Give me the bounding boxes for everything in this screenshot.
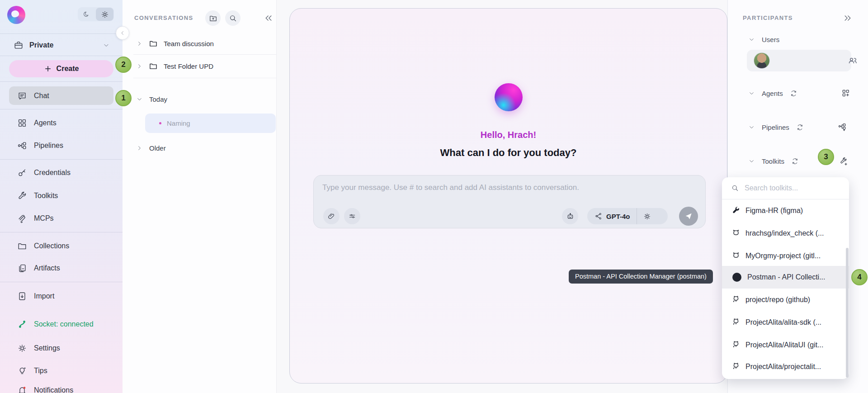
- moon-icon: [83, 10, 91, 19]
- chevron-down-icon[interactable]: [748, 158, 755, 165]
- chevron-down-icon[interactable]: [748, 90, 755, 97]
- sidebar-item-mcps[interactable]: MCPs: [9, 209, 113, 227]
- create-button[interactable]: Create: [9, 60, 113, 77]
- chat-icon: [17, 91, 27, 101]
- folder-icon: [149, 39, 158, 48]
- toolkit-item-alita-sdk[interactable]: ProjectAlita/alita-sdk (...: [722, 311, 849, 334]
- toolkit-item-label: ProjectAlita/projectalit...: [745, 363, 843, 371]
- toolkit-item-label: ProjectAlita/AlitaUI (git...: [745, 341, 843, 349]
- model-settings-gear-icon[interactable]: [643, 212, 651, 221]
- section-row-toolkits[interactable]: Toolkits: [748, 154, 799, 168]
- conversation-label: Naming: [167, 119, 190, 127]
- sidebar-item-toolkits[interactable]: Toolkits: [9, 187, 113, 205]
- chevron-right-icon[interactable]: [136, 145, 143, 152]
- chevron-down-icon[interactable]: [748, 36, 755, 43]
- collapse-conversations-button[interactable]: [261, 10, 276, 26]
- chevron-right-icon[interactable]: [136, 40, 143, 47]
- annotation-badge-4: 4: [851, 269, 868, 285]
- divider: [0, 56, 123, 56]
- users-icon[interactable]: [847, 55, 858, 66]
- light-mode-button[interactable]: [96, 8, 113, 21]
- chevron-down-icon[interactable]: [136, 96, 143, 103]
- send-icon: [684, 212, 693, 221]
- github-icon: [731, 318, 741, 327]
- user-avatar[interactable]: [754, 52, 770, 69]
- toolkit-search-input[interactable]: [745, 184, 835, 192]
- lightbulb-icon: [17, 366, 27, 376]
- briefcase-icon: [14, 40, 24, 50]
- chevron-down-icon[interactable]: [748, 124, 755, 131]
- dropdown-scrollbar[interactable]: [846, 248, 849, 378]
- refresh-icon[interactable]: [790, 90, 797, 97]
- model-selector[interactable]: GPT-4o: [587, 208, 668, 224]
- group-row-older[interactable]: Older: [136, 141, 166, 155]
- toolkit-item-myorg-project[interactable]: MyOrgmy-project (gitl...: [722, 245, 849, 267]
- workspace-label: Private: [29, 41, 53, 49]
- chevron-right-icon[interactable]: [136, 63, 143, 70]
- assistant-select-button[interactable]: [562, 208, 578, 224]
- sidebar-item-artifacts[interactable]: Artifacts: [9, 259, 113, 277]
- sidebar-item-settings[interactable]: Settings: [9, 339, 113, 357]
- message-settings-button[interactable]: [344, 208, 360, 224]
- folder-row-team-discussion[interactable]: Team discussion: [136, 36, 214, 51]
- attach-file-button[interactable]: [323, 208, 340, 224]
- folder-row-test-folder-upd[interactable]: Test Folder UPD: [136, 59, 213, 73]
- folder-icon: [149, 62, 158, 71]
- section-row-agents[interactable]: Agents: [748, 86, 797, 100]
- sliders-icon: [348, 212, 356, 220]
- plus-icon: [44, 65, 52, 73]
- sidebar-item-label: Notifications: [34, 386, 73, 393]
- robot-icon: [566, 212, 575, 221]
- sidebar-item-collections[interactable]: Collections: [9, 237, 113, 255]
- group-row-today[interactable]: Today: [136, 92, 167, 106]
- toolkit-search-row: [722, 177, 849, 199]
- section-label: Toolkits: [762, 157, 784, 165]
- section-row-pipelines[interactable]: Pipelines: [748, 120, 804, 134]
- toolkit-item-figma-hr[interactable]: Figma-HR (figma): [722, 199, 849, 222]
- send-button[interactable]: [679, 207, 698, 226]
- toolkit-item-index-check[interactable]: hrachsg/index_check (...: [722, 222, 849, 245]
- workspace-selector[interactable]: Private: [0, 34, 123, 56]
- toolkit-item-project-repo[interactable]: project/repo (github): [722, 289, 849, 311]
- refresh-icon[interactable]: [796, 123, 804, 131]
- sidebar-item-label: Settings: [34, 344, 60, 352]
- add-agent-button[interactable]: [839, 86, 853, 100]
- sun-icon: [101, 10, 109, 19]
- sidebar-item-credentials[interactable]: Credentials: [9, 164, 113, 182]
- gitlab-icon: [731, 251, 741, 260]
- chevron-down-icon[interactable]: [103, 42, 110, 49]
- sidebar-item-pipelines[interactable]: Pipelines: [9, 137, 113, 155]
- section-row-users[interactable]: Users: [748, 33, 779, 46]
- collapse-participants-button[interactable]: [840, 10, 855, 26]
- greeting-text: Hello, Hrach!: [290, 130, 727, 140]
- sidebar-item-chat[interactable]: Chat: [9, 86, 113, 105]
- refresh-icon[interactable]: [791, 157, 799, 165]
- section-label: Users: [762, 36, 779, 43]
- toolkit-item-alitaui[interactable]: ProjectAlita/AlitaUI (git...: [722, 334, 849, 356]
- divider: [0, 282, 123, 282]
- theme-toggle[interactable]: [78, 7, 114, 21]
- toolkit-item-postman[interactable]: Postman - API Collecti...: [722, 266, 849, 289]
- sidebar-item-import[interactable]: Import: [9, 287, 113, 305]
- message-input[interactable]: [322, 181, 684, 194]
- divider: [637, 208, 637, 224]
- add-pipeline-button[interactable]: [835, 120, 849, 134]
- new-folder-button[interactable]: [205, 10, 221, 26]
- conversation-dot-icon: [159, 122, 161, 124]
- pipelines-plus-icon: [838, 123, 847, 132]
- toolkit-item-projectalita[interactable]: ProjectAlita/projectalit...: [722, 355, 849, 378]
- github-icon: [731, 295, 741, 304]
- annotation-badge-1: 1: [115, 90, 132, 106]
- add-toolkit-button[interactable]: [837, 155, 850, 168]
- github-icon: [731, 341, 741, 350]
- user-row[interactable]: [747, 50, 851, 71]
- sidebar-item-tips[interactable]: Tips: [9, 362, 113, 380]
- search-icon: [229, 14, 237, 23]
- search-conversations-button[interactable]: [225, 10, 241, 26]
- conversation-item-naming[interactable]: Naming: [145, 114, 276, 133]
- sidebar-collapse-button[interactable]: [116, 26, 129, 40]
- dark-mode-button[interactable]: [78, 7, 95, 21]
- group-label: Today: [149, 95, 167, 103]
- sidebar-item-notifications[interactable]: Notifications: [9, 381, 113, 393]
- sidebar-item-agents[interactable]: Agents: [9, 114, 113, 132]
